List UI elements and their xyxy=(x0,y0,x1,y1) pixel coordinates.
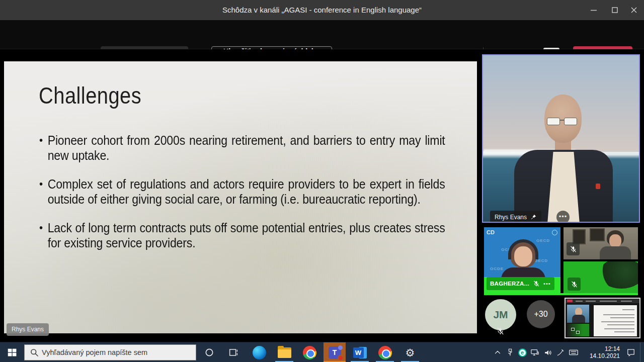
mic-off-icon xyxy=(496,327,505,335)
tray-eset-icon[interactable]: e xyxy=(516,342,528,362)
task-view-icon xyxy=(228,347,239,358)
chrome-icon xyxy=(303,346,316,359)
eset-letter: e xyxy=(521,349,524,355)
close-icon xyxy=(630,7,637,14)
tray-pen-icon[interactable] xyxy=(554,342,567,362)
thumbnail-glyph xyxy=(576,331,580,334)
thumbnail-toolbar-dash xyxy=(576,301,583,302)
mic-off-badge xyxy=(568,278,581,291)
thumbnail-slide xyxy=(594,305,637,336)
gear-icon: ⚙ xyxy=(406,347,415,358)
taskbar-app-settings[interactable]: ⚙ xyxy=(399,342,421,362)
mic-off-icon xyxy=(571,281,578,288)
video-glitch-strip xyxy=(484,293,638,295)
presentation-slide: Challenges Pioneer cohort from 2000s nea… xyxy=(4,61,477,333)
window-title: Schôdza v kanáli „AGASI - conference in … xyxy=(0,0,644,20)
thumbnail-text-line xyxy=(601,321,634,322)
taskbar-app-teams-active[interactable]: T xyxy=(324,342,346,362)
glasses xyxy=(564,118,577,125)
taskbar-app-chrome[interactable] xyxy=(298,342,320,362)
windows-taskbar: T W ⚙ e xyxy=(0,342,644,362)
video-tile-bagherza[interactable]: OCDE OECD OCDE OECD CD BAGHERZA... ••• xyxy=(484,227,560,294)
thumbnail-text-line xyxy=(614,331,634,332)
file-explorer-icon xyxy=(278,347,291,358)
participant-nametag: BAGHERZA... ••• xyxy=(487,277,554,290)
windows-logo-icon xyxy=(7,347,18,358)
avatar-jm[interactable]: JM xyxy=(485,299,516,330)
tray-chevron-up-icon[interactable] xyxy=(491,342,504,362)
chrome-icon xyxy=(378,346,392,359)
minimize-button[interactable] xyxy=(583,0,605,20)
presenter-name-badge: Rhys Evans xyxy=(7,323,49,336)
slide-bullet: Lack of long term contracts puts off som… xyxy=(39,220,445,250)
search-input[interactable] xyxy=(42,345,193,360)
action-center-icon xyxy=(626,347,636,357)
mic-off-icon xyxy=(570,245,577,253)
thumbnail-text-line xyxy=(607,324,634,325)
tile-more-options-icon[interactable]: ••• xyxy=(556,211,570,223)
slide-bullet-list: Pioneer cohort from 2000s nearing retire… xyxy=(39,133,445,264)
notification-dot xyxy=(338,355,344,361)
edge-icon xyxy=(253,346,266,359)
mic-off-icon xyxy=(533,280,540,287)
slide-bullet: Pioneer cohort from 2000s nearing retire… xyxy=(39,133,445,163)
teams-meeting-window: Schôdza v kanáli „AGASI - conference in … xyxy=(0,0,644,362)
wall-picture-frame xyxy=(590,228,605,241)
glasses-bridge xyxy=(559,120,565,121)
video-tile-participant-4[interactable] xyxy=(564,261,638,294)
cortana-button[interactable] xyxy=(200,342,218,362)
taskbar-app-file-explorer[interactable] xyxy=(273,342,295,362)
video-tile-participant-3[interactable] xyxy=(564,227,638,259)
cortana-icon xyxy=(204,347,214,357)
participant-name: BAGHERZA... xyxy=(490,281,529,287)
taskbar-search-box[interactable] xyxy=(24,344,196,360)
task-view-button[interactable] xyxy=(223,342,244,362)
taskbar-clock[interactable]: 12:14 14.10.2021 xyxy=(583,342,621,362)
clock-date: 14.10.2021 xyxy=(590,352,620,359)
taskbar-app-word[interactable]: W xyxy=(349,342,371,362)
participants-panel: Rhys Evans ••• OCDE OECD OCDE OECD CD BA… xyxy=(478,49,644,342)
thumbnail-text-line xyxy=(604,328,634,329)
start-button[interactable] xyxy=(0,342,24,362)
glasses xyxy=(547,118,560,125)
mic-off-badge xyxy=(567,242,580,255)
lapel-pin xyxy=(596,184,600,189)
globe-logo-icon xyxy=(552,230,557,235)
thumbnail-text-line xyxy=(610,317,634,318)
participant-name: Rhys Evans xyxy=(495,214,527,221)
tile-more-options-icon[interactable]: ••• xyxy=(543,281,551,287)
pin-icon xyxy=(530,214,537,220)
window-titlebar: Schôdza v kanáli „AGASI - conference in … xyxy=(0,0,644,20)
thumbnail-toolbar-dash xyxy=(600,301,617,302)
thumbnail-text-line xyxy=(603,314,634,315)
action-center-button[interactable] xyxy=(622,342,640,362)
video-tile-rhys-evans[interactable]: Rhys Evans ••• xyxy=(482,54,640,223)
taskbar-app-chrome-2[interactable] xyxy=(374,342,396,362)
participant-nametag: Rhys Evans xyxy=(490,211,541,223)
thumbnail-speaker-video xyxy=(567,305,589,323)
tray-volume-icon[interactable] xyxy=(541,342,554,362)
tray-keyboard-icon[interactable] xyxy=(567,342,581,362)
overflow-participants-badge[interactable]: +30 xyxy=(527,300,555,328)
screen-share-stage: Challenges Pioneer cohort from 2000s nea… xyxy=(0,49,478,342)
thumbnail-toolbar-dash xyxy=(586,301,596,302)
thumbnail-toolbar-dash xyxy=(621,301,632,302)
thumbnail-suit xyxy=(572,315,585,323)
close-button[interactable] xyxy=(623,0,644,20)
thumbnail-glyph xyxy=(571,328,575,331)
tray-display-icon[interactable] xyxy=(528,342,541,362)
search-icon xyxy=(29,347,40,358)
screen-share-thumbnail[interactable] xyxy=(565,298,640,338)
participant-face xyxy=(609,234,621,247)
thumbnail-toolbar xyxy=(566,299,639,303)
oecd-logo: CD xyxy=(487,229,495,235)
taskbar-app-edge[interactable] xyxy=(248,342,270,362)
participant-body xyxy=(600,246,631,259)
headphones xyxy=(508,239,538,259)
oecd-watermark: OCDE xyxy=(490,266,504,271)
teams-icon: T xyxy=(329,346,341,359)
overflow-count: +30 xyxy=(534,310,547,319)
show-desktop-divider[interactable] xyxy=(640,342,640,362)
word-icon: W xyxy=(353,346,367,359)
tray-usb-icon[interactable] xyxy=(504,342,516,362)
